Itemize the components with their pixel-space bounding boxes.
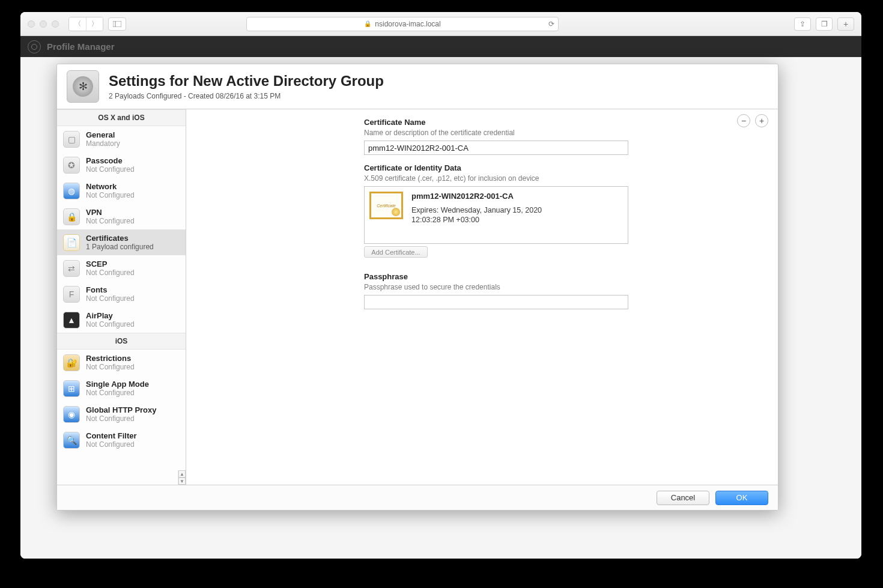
sidebar-section-ios: iOS <box>57 333 186 350</box>
sidebar-item-fonts[interactable]: F FontsNot Configured <box>57 281 186 307</box>
scep-icon: ⇄ <box>63 260 80 277</box>
remove-payload-button[interactable]: − <box>737 114 750 127</box>
lock-icon: 🔒 <box>63 208 80 225</box>
certificate-icon: 📄 <box>63 234 80 251</box>
add-certificate-button[interactable]: Add Certificate... <box>364 246 428 258</box>
single-app-icon: ⊞ <box>63 380 80 397</box>
share-button[interactable]: ⇪ <box>794 17 811 31</box>
payload-sidebar: OS X and iOS ▢ GeneralMandatory ✪ Passco… <box>57 109 186 485</box>
nav-buttons: 〈 〉 <box>68 17 103 31</box>
tabs-button[interactable]: ❐ <box>816 17 833 31</box>
minus-icon: − <box>741 116 746 126</box>
window-controls <box>28 20 59 28</box>
cert-name-input[interactable] <box>364 141 628 155</box>
globe-icon: ◍ <box>63 183 80 199</box>
modal-title: Settings for New Active Directory Group <box>109 73 384 89</box>
browser-toolbar: 〈 〉 🔒 nsidorova-imac.local ⟳ ⇪ ❐ + <box>20 12 861 36</box>
cert-name-hint: Name or description of the certificate c… <box>364 129 628 137</box>
modal-header: Settings for New Active Directory Group … <box>57 64 778 109</box>
url-host: nsidorova-imac.local <box>375 20 440 28</box>
browser-window: 〈 〉 🔒 nsidorova-imac.local ⟳ ⇪ ❐ + Profi… <box>20 12 861 559</box>
reload-icon[interactable]: ⟳ <box>548 20 554 28</box>
cert-preview-name: pmm12-WIN2012R2-001-CA <box>411 192 542 201</box>
sidebar-toggle-button[interactable] <box>108 17 126 31</box>
cert-data-label: Certificate or Identity Data <box>364 163 628 172</box>
payload-content: − + Certificate Name Name or description… <box>186 109 778 485</box>
sidebar-item-passcode[interactable]: ✪ PasscodeNot Configured <box>57 152 186 178</box>
cert-name-label: Certificate Name <box>364 118 628 127</box>
cert-data-hint: X.509 certificate (.cer, .p12, etc) for … <box>364 174 628 183</box>
sidebar-item-general[interactable]: ▢ GeneralMandatory <box>57 126 186 152</box>
cert-expiry-line1: Expires: Wednesday, January 15, 2020 <box>411 205 542 215</box>
cert-preview-box[interactable]: Certificate pmm12-WIN2012R2-001-CA Expir… <box>364 186 628 244</box>
lock-icon: 🔒 <box>364 20 371 27</box>
cancel-button[interactable]: Cancel <box>657 491 709 505</box>
add-payload-button[interactable]: + <box>755 114 768 127</box>
minimize-window-icon[interactable] <box>40 20 47 28</box>
sidebar-scroll-arrows[interactable]: ▲ ▼ <box>178 470 186 485</box>
certificate-thumb-icon: Certificate <box>369 192 403 219</box>
passphrase-label: Passphrase <box>364 272 628 281</box>
forward-button[interactable]: 〉 <box>86 17 103 31</box>
restrictions-icon: 🔐 <box>63 354 80 371</box>
profile-gear-icon <box>67 70 99 103</box>
key-icon: ✪ <box>63 157 80 174</box>
tabs-icon: ❐ <box>821 20 828 28</box>
back-button[interactable]: 〈 <box>69 17 86 31</box>
sidebar-item-vpn[interactable]: 🔒 VPNNot Configured <box>57 204 186 229</box>
url-bar[interactable]: 🔒 nsidorova-imac.local ⟳ <box>246 17 559 31</box>
new-tab-button[interactable]: + <box>837 17 854 31</box>
zoom-window-icon[interactable] <box>52 20 59 28</box>
passphrase-input[interactable] <box>364 295 628 309</box>
sidebar-icon <box>113 21 121 27</box>
cert-name-group: Certificate Name Name or description of … <box>364 118 628 155</box>
plus-icon: + <box>843 19 848 29</box>
sidebar-item-airplay[interactable]: ▲ AirPlayNot Configured <box>57 307 186 333</box>
scroll-down-icon[interactable]: ▼ <box>178 477 186 485</box>
sidebar-item-network[interactable]: ◍ NetworkNot Configured <box>57 178 186 204</box>
fonts-icon: F <box>63 286 80 303</box>
sidebar-item-restrictions[interactable]: 🔐 RestrictionsNot Configured <box>57 350 186 375</box>
cert-expiry-line2: 12:03:28 PM +03:00 <box>411 215 542 225</box>
modal-footer: Cancel OK <box>57 485 778 510</box>
passphrase-group: Passphrase Passphrase used to secure the… <box>364 272 628 309</box>
svg-rect-0 <box>113 21 121 27</box>
app-gear-icon <box>28 40 41 53</box>
general-icon: ▢ <box>63 131 80 148</box>
proxy-icon: ◉ <box>63 406 80 423</box>
sidebar-item-certificates[interactable]: 📄 Certificates1 Payload configured <box>57 229 186 255</box>
airplay-icon: ▲ <box>63 312 80 329</box>
sidebar-item-content-filter[interactable]: 🔍 Content FilterNot Configured <box>57 427 186 453</box>
share-icon: ⇪ <box>800 20 806 28</box>
cert-data-group: Certificate or Identity Data X.509 certi… <box>364 163 628 258</box>
ok-button[interactable]: OK <box>715 491 768 505</box>
sidebar-item-scep[interactable]: ⇄ SCEPNot Configured <box>57 255 186 281</box>
filter-icon: 🔍 <box>63 432 80 449</box>
settings-modal: Settings for New Active Directory Group … <box>56 64 778 511</box>
sidebar-section-osx: OS X and iOS <box>57 109 186 126</box>
close-window-icon[interactable] <box>28 20 35 28</box>
app-title: Profile Manager <box>47 41 115 52</box>
scroll-up-icon[interactable]: ▲ <box>178 470 186 477</box>
modal-subtitle: 2 Payloads Configured - Created 08/26/16… <box>109 92 384 100</box>
passphrase-hint: Passphrase used to secure the credential… <box>364 283 628 291</box>
app-titlebar: Profile Manager <box>20 36 861 57</box>
plus-icon: + <box>759 116 764 126</box>
sidebar-item-single-app[interactable]: ⊞ Single App ModeNot Configured <box>57 375 186 401</box>
sidebar-item-http-proxy[interactable]: ◉ Global HTTP ProxyNot Configured <box>57 401 186 427</box>
